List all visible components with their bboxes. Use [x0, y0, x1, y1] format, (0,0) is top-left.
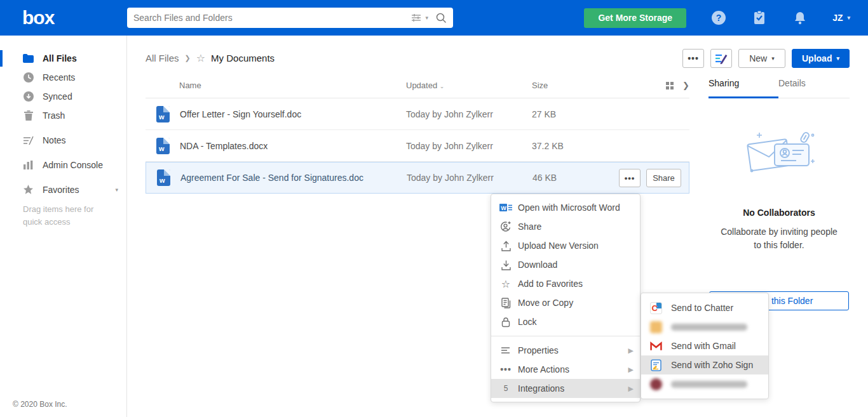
- menu-divider: [491, 336, 640, 336]
- help-icon[interactable]: ?: [710, 10, 727, 26]
- search-icon[interactable]: [436, 13, 447, 23]
- favorites-collapse-icon[interactable]: ▾: [115, 187, 118, 193]
- filter-caret-icon[interactable]: ▾: [425, 15, 428, 21]
- menu-item-label: Send to Chatter: [671, 303, 733, 313]
- breadcrumb-all-files[interactable]: All Files: [146, 53, 179, 63]
- no-collaborators-empty-state: No Collaborators Collaborate by inviting…: [709, 98, 850, 310]
- favorites-drop-hint: Drag items here for quick access: [0, 199, 126, 228]
- chatter-icon: [649, 301, 662, 314]
- menu-item-blurred-integration[interactable]: [641, 317, 768, 336]
- menu-item-label: Share: [518, 222, 541, 232]
- box-logo[interactable]: box: [0, 8, 127, 27]
- menu-item-label: Download: [518, 260, 557, 270]
- sidebar-label: All Files: [43, 53, 77, 63]
- more-options-icon: •••: [625, 173, 635, 183]
- menu-item-more-actions[interactable]: ••• More Actions ▶: [491, 360, 640, 379]
- table-row[interactable]: Offer Letter - Sign Yourself.doc Today b…: [146, 98, 689, 130]
- panel-tabs: Sharing Details: [709, 73, 850, 98]
- file-updated: Today by John Zylkerr: [407, 173, 532, 183]
- folder-icon: [23, 53, 34, 64]
- collaboration-panel: Sharing Details: [709, 73, 850, 310]
- breadcrumb: All Files ❯ ☆ My Documents: [146, 52, 275, 64]
- upload-button-label: Upload: [802, 53, 832, 63]
- tasks-clipboard-icon[interactable]: [751, 10, 768, 26]
- star-icon: [23, 185, 34, 195]
- topbar-actions: Get More Storage ? JZ ▾: [584, 8, 850, 28]
- menu-item-label: Properties: [518, 345, 559, 355]
- account-menu[interactable]: JZ ▾: [832, 13, 850, 23]
- menu-item-label: Integrations: [518, 383, 564, 394]
- download-icon: [499, 259, 512, 270]
- menu-item-move-or-copy[interactable]: Move or Copy: [491, 293, 640, 312]
- file-name[interactable]: Agreement For Sale - Send for Signatures…: [180, 173, 363, 183]
- sidebar-item-synced[interactable]: Synced: [0, 87, 126, 106]
- sidebar-item-favorites[interactable]: Favorites ▾: [0, 180, 126, 199]
- new-button[interactable]: New ▾: [738, 49, 785, 68]
- grid-view-icon[interactable]: [666, 82, 674, 89]
- blurred-label: [671, 324, 747, 331]
- menu-item-label: Move or Copy: [518, 298, 573, 308]
- empty-state-title: No Collaborators: [709, 208, 850, 218]
- top-navigation-bar: box ▾ Get More Storage ?: [0, 0, 868, 36]
- folder-more-options-button[interactable]: •••: [682, 49, 704, 68]
- table-row-selected[interactable]: Agreement For Sale - Send for Signatures…: [146, 162, 689, 194]
- word-file-icon: [156, 106, 170, 122]
- file-table: Name Updated ⌄ Size ❯ Offer Letter - Sig…: [146, 73, 689, 194]
- file-share-button[interactable]: Share: [646, 169, 681, 187]
- get-more-storage-button[interactable]: Get More Storage: [584, 8, 686, 28]
- menu-item-label: More Actions: [518, 364, 569, 374]
- sidebar-label: Admin Console: [43, 160, 103, 170]
- lock-icon: [499, 316, 512, 328]
- collapse-panel-icon[interactable]: ❯: [682, 81, 689, 90]
- sidebar-item-trash[interactable]: Trash: [0, 106, 126, 125]
- menu-item-send-with-gmail[interactable]: Send with Gmail: [641, 336, 768, 355]
- menu-item-open-with-word[interactable]: W Open with Microsoft Word: [491, 198, 640, 217]
- sign-pen-icon: [715, 53, 728, 64]
- menu-item-integrations[interactable]: 5 Integrations ▶: [491, 379, 640, 398]
- menu-item-blurred-integration[interactable]: [641, 374, 768, 394]
- breadcrumb-separator-icon: ❯: [185, 54, 191, 62]
- box-app-window: box ▾ Get More Storage ?: [0, 0, 868, 417]
- sidebar-label: Recents: [43, 72, 75, 83]
- microsoft-word-icon: W: [499, 202, 512, 213]
- upload-button[interactable]: Upload ▾: [792, 49, 850, 68]
- table-header: Name Updated ⌄ Size ❯: [146, 73, 689, 98]
- breadcrumb-current-folder: My Documents: [211, 53, 275, 63]
- tab-sharing[interactable]: Sharing: [709, 73, 778, 98]
- menu-item-share[interactable]: Share: [491, 217, 640, 236]
- file-more-options-button[interactable]: •••: [619, 169, 641, 187]
- integrations-count-badge: 5: [499, 383, 512, 394]
- star-outline-icon: ☆: [499, 278, 512, 289]
- menu-item-download[interactable]: Download: [491, 255, 640, 274]
- favorite-star-icon[interactable]: ☆: [196, 52, 205, 64]
- notifications-bell-icon[interactable]: [792, 10, 808, 26]
- menu-item-label: Upload New Version: [518, 241, 599, 251]
- sort-caret-icon: ⌄: [440, 83, 445, 89]
- menu-item-upload-new-version[interactable]: Upload New Version: [491, 236, 640, 255]
- search-input[interactable]: [133, 13, 411, 23]
- menu-item-add-to-favorites[interactable]: ☆ Add to Favorites: [491, 274, 640, 293]
- submenu-arrow-icon: ▶: [628, 366, 634, 374]
- column-header-size[interactable]: Size: [532, 81, 660, 90]
- sign-document-button[interactable]: [710, 49, 732, 68]
- menu-item-send-to-chatter[interactable]: Send to Chatter: [641, 298, 768, 317]
- move-copy-icon: [499, 297, 512, 308]
- sidebar-item-admin-console[interactable]: Admin Console: [0, 156, 126, 175]
- more-actions-icon: •••: [499, 364, 512, 375]
- filter-icon[interactable]: [411, 13, 421, 22]
- file-name[interactable]: NDA - Templates.docx: [180, 141, 268, 151]
- column-header-name[interactable]: Name: [146, 81, 406, 90]
- bar-chart-icon: [23, 160, 34, 171]
- table-row[interactable]: NDA - Templates.docx Today by John Zylke…: [146, 130, 689, 162]
- tab-details[interactable]: Details: [778, 73, 848, 98]
- sidebar-item-recents[interactable]: Recents: [0, 68, 126, 87]
- sidebar-item-all-files[interactable]: All Files: [0, 49, 126, 68]
- column-header-updated[interactable]: Updated ⌄: [406, 81, 532, 90]
- menu-item-send-with-zoho-sign[interactable]: Send with Zoho Sign: [641, 355, 768, 374]
- sidebar-item-notes[interactable]: Notes: [0, 131, 126, 150]
- file-updated: Today by John Zylkerr: [406, 109, 532, 119]
- account-caret-icon: ▾: [847, 15, 850, 21]
- file-name[interactable]: Offer Letter - Sign Yourself.doc: [180, 109, 301, 119]
- menu-item-properties[interactable]: Properties ▶: [491, 341, 640, 360]
- menu-item-lock[interactable]: Lock: [491, 312, 640, 331]
